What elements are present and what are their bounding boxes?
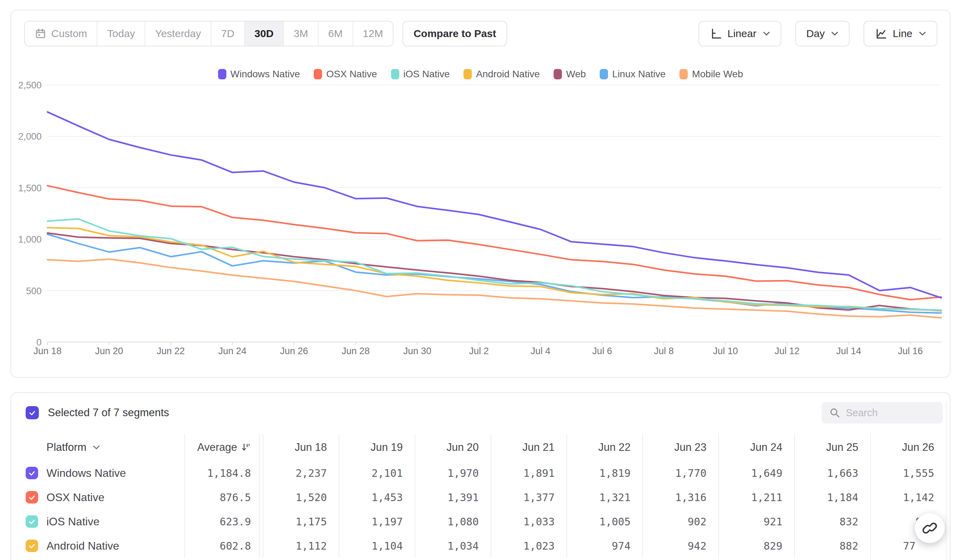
segments-table: PlatformAverageJun 18Jun 19Jun 20Jun 21J… — [24, 434, 946, 558]
range-30d[interactable]: 30D — [244, 21, 283, 46]
column-header-jun-22[interactable]: Jun 22 — [566, 434, 642, 461]
row-checkbox-android-native[interactable] — [26, 539, 38, 552]
value-cell: 1,649 — [718, 461, 794, 485]
range-label: 6M — [328, 28, 343, 39]
column-header-jun-18[interactable]: Jun 18 — [263, 434, 339, 461]
table-row-platform: Android Native — [24, 534, 185, 558]
column-header-jun-24[interactable]: Jun 24 — [718, 434, 794, 461]
segments-table-card: Selected 7 of 7 segments PlatformAverage… — [10, 392, 950, 560]
date-header-label: Jun 22 — [598, 441, 631, 453]
value-cell: 921 — [718, 510, 794, 534]
date-header-label: Jun 25 — [826, 441, 858, 453]
column-header-average[interactable]: Average — [185, 434, 263, 461]
range-12m[interactable]: 12M — [353, 21, 393, 46]
row-checkbox-windows-native[interactable] — [26, 467, 38, 479]
date-header-label: Jun 24 — [750, 441, 782, 453]
svg-text:Jul 14: Jul 14 — [836, 346, 861, 356]
value-cell: 829 — [718, 534, 794, 558]
axis-icon — [710, 28, 722, 40]
range-label: Yesterday — [155, 28, 201, 39]
svg-text:Jun 18: Jun 18 — [33, 346, 62, 356]
table-row-platform: Windows Native — [24, 461, 185, 485]
svg-text:Jun 22: Jun 22 — [157, 346, 185, 356]
chevron-down-icon — [763, 31, 770, 36]
range-label: Today — [107, 28, 135, 39]
value-cell: 1,970 — [415, 461, 491, 485]
svg-text:Jul 16: Jul 16 — [898, 346, 923, 356]
line-chart-icon — [875, 28, 887, 40]
range-3m[interactable]: 3M — [283, 21, 318, 46]
value-cell: 1,377 — [491, 485, 566, 510]
range-label: 3M — [293, 28, 308, 39]
line-chart: 05001,0001,5002,0002,500Jun 18Jun 20Jun … — [11, 62, 951, 374]
column-header-platform[interactable]: Platform — [24, 434, 185, 461]
table-row-platform: iOS Native — [24, 510, 185, 534]
value-cell: 1,321 — [566, 485, 642, 510]
date-header-label: Jun 23 — [674, 441, 707, 453]
column-header-jun-21[interactable]: Jun 21 — [491, 434, 566, 461]
series-line-linux-native — [47, 234, 941, 313]
dropdown-label: Line — [893, 28, 913, 39]
row-checkbox-osx-native[interactable] — [26, 491, 38, 503]
value-cell: 942 — [642, 534, 718, 558]
value-cell: 1,555 — [870, 461, 946, 485]
range-label: 12M — [363, 28, 383, 39]
value-cell: 2,237 — [263, 461, 339, 485]
svg-text:Jul 10: Jul 10 — [713, 346, 738, 356]
value-cell: 832 — [794, 510, 870, 534]
value-cell: 1,770 — [642, 461, 718, 485]
dropdown-label: Linear — [728, 28, 756, 39]
value-cell: 1,520 — [263, 485, 339, 510]
date-header-label: Jun 18 — [295, 441, 327, 453]
select-all-checkbox[interactable] — [26, 406, 39, 419]
row-label: iOS Native — [47, 515, 99, 528]
svg-text:Jun 20: Jun 20 — [95, 346, 123, 356]
value-cell: 1,391 — [415, 485, 491, 510]
chevron-down-icon — [831, 31, 838, 36]
row-checkbox-ios-native[interactable] — [26, 515, 38, 528]
range-custom[interactable]: Custom — [25, 21, 97, 46]
column-header-jun-20[interactable]: Jun 20 — [415, 434, 491, 461]
day-dropdown[interactable]: Day — [795, 21, 850, 47]
svg-text:2,000: 2,000 — [18, 131, 42, 142]
column-header-jun-26[interactable]: Jun 26 — [870, 434, 946, 461]
range-label: Custom — [51, 28, 87, 39]
range-6m[interactable]: 6M — [318, 21, 353, 46]
platform-header-label: Platform — [47, 441, 86, 453]
value-cell: 1,197 — [339, 510, 415, 534]
range-7d[interactable]: 7D — [211, 21, 244, 46]
column-header-jun-25[interactable]: Jun 25 — [794, 434, 870, 461]
line-dropdown[interactable]: Line — [864, 21, 937, 47]
value-cell: 1,005 — [566, 510, 642, 534]
range-yesterday[interactable]: Yesterday — [144, 21, 211, 46]
series-line-mobile-web — [47, 259, 941, 318]
value-cell: 1,104 — [339, 534, 415, 558]
value-cell: 1,175 — [263, 510, 339, 534]
value-cell: 1,034 — [415, 534, 491, 558]
date-header-label: Jun 21 — [522, 441, 554, 453]
range-label: 30D — [255, 28, 274, 39]
svg-text:Jun 24: Jun 24 — [218, 346, 246, 356]
linear-dropdown[interactable]: Linear — [699, 21, 781, 47]
row-label: Windows Native — [47, 467, 126, 480]
chevron-down-icon — [92, 445, 100, 450]
share-link-button[interactable] — [915, 513, 945, 543]
average-cell: 1,184.8 — [185, 461, 263, 485]
value-cell: 902 — [642, 510, 718, 534]
chart-toolbar: CustomTodayYesterday7D30D3M6M12M Compare… — [24, 21, 507, 47]
search-input[interactable] — [822, 402, 943, 424]
value-cell: 974 — [566, 534, 642, 558]
svg-text:Jun 26: Jun 26 — [280, 346, 308, 356]
value-cell: 1,023 — [491, 534, 566, 558]
average-cell: 623.9 — [185, 510, 263, 534]
date-header-label: Jun 26 — [902, 441, 934, 453]
average-header-label: Average — [197, 441, 237, 453]
compare-to-past-button[interactable]: Compare to Past — [402, 21, 507, 47]
column-header-jun-19[interactable]: Jun 19 — [339, 434, 415, 461]
svg-text:Jun 28: Jun 28 — [342, 346, 370, 356]
column-header-jun-23[interactable]: Jun 23 — [642, 434, 718, 461]
value-cell: 882 — [794, 534, 870, 558]
range-today[interactable]: Today — [97, 21, 144, 46]
search-box — [822, 402, 943, 424]
value-cell: 1,663 — [794, 461, 870, 485]
